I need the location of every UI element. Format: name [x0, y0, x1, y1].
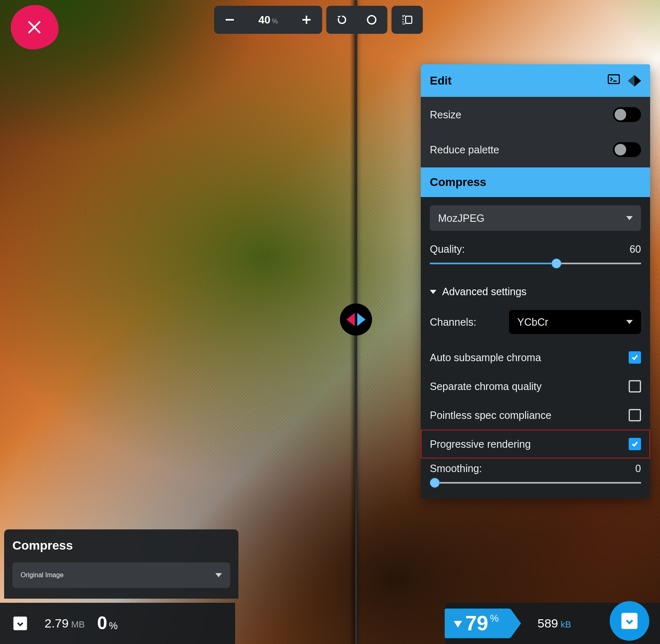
svg-rect-8 — [403, 15, 404, 16]
top-toolbar: 40% — [214, 6, 423, 34]
advanced-label: Advanced settings — [442, 286, 526, 298]
zoom-value[interactable]: 40% — [245, 14, 291, 26]
comparison-handle-icon[interactable] — [340, 303, 372, 336]
pointless-spec-label: Pointless spec compliance — [430, 409, 552, 421]
progressive-checkbox[interactable] — [629, 438, 641, 450]
codec-value: MozJPEG — [438, 212, 485, 224]
arrow-down-icon — [454, 621, 462, 628]
edit-title: Edit — [430, 74, 452, 87]
channels-row: Channels: YCbCr — [421, 301, 650, 343]
triangle-right-icon — [634, 75, 641, 87]
compress-header: Compress — [421, 167, 650, 197]
left-reduction: 0% — [97, 613, 118, 635]
chevron-down-icon — [626, 320, 633, 324]
svg-rect-2 — [302, 19, 311, 21]
separate-chroma-label: Separate chroma quality — [430, 381, 542, 393]
quality-row: Quality: 60 — [421, 239, 650, 277]
close-button[interactable] — [11, 5, 59, 49]
smoothing-slider[interactable] — [430, 479, 641, 487]
svg-rect-6 — [403, 19, 404, 20]
auto-subsample-row: Auto subsample chroma — [421, 343, 650, 372]
svg-point-3 — [368, 16, 376, 24]
quality-label: Quality: — [430, 243, 465, 255]
circle-icon — [365, 14, 378, 26]
download-icon — [11, 614, 29, 632]
reduction-unit: % — [490, 613, 499, 624]
svg-rect-7 — [403, 21, 404, 23]
left-size: 2.79MB — [45, 616, 85, 630]
svg-rect-0 — [226, 19, 234, 21]
plus-icon — [300, 14, 313, 26]
progressive-label: Progressive rendering — [430, 438, 531, 450]
rotate-button[interactable] — [328, 7, 356, 32]
cli-button[interactable] — [607, 73, 620, 89]
reduction-value: 79 — [465, 611, 488, 635]
flip-button[interactable] — [393, 7, 421, 32]
right-download-button[interactable] — [610, 601, 649, 641]
copy-across-button[interactable] — [628, 75, 641, 87]
codec-select[interactable]: MozJPEG — [430, 205, 641, 231]
left-codec-value: Original Image — [21, 571, 64, 579]
resize-row: Resize — [421, 97, 650, 132]
triangle-right-icon — [357, 313, 365, 326]
quality-value[interactable]: 60 — [629, 243, 641, 255]
terminal-icon — [607, 73, 620, 86]
svg-rect-13 — [613, 80, 617, 82]
background-toggle-button[interactable] — [358, 7, 386, 32]
reduce-palette-row: Reduce palette — [421, 132, 650, 167]
left-download-button[interactable] — [8, 611, 32, 635]
channels-label: Channels: — [430, 316, 476, 328]
reduce-palette-label: Reduce palette — [430, 144, 499, 156]
download-icon — [619, 610, 640, 632]
svg-rect-10 — [404, 15, 405, 16]
triangle-left-icon — [346, 313, 355, 326]
chevron-down-icon — [626, 216, 633, 220]
edit-header: Edit — [421, 64, 650, 97]
channels-select[interactable]: YCbCr — [509, 310, 641, 334]
comparison-divider[interactable] — [355, 0, 357, 644]
left-footer: 2.79MB 0% — [0, 603, 235, 644]
zoom-group: 40% — [214, 6, 322, 34]
reduce-palette-toggle[interactable] — [613, 142, 641, 157]
flip-group — [391, 6, 423, 34]
left-compress-panel: Compress Original Image — [4, 529, 238, 599]
check-icon — [631, 353, 639, 362]
smoothing-value[interactable]: 0 — [635, 463, 641, 475]
minus-icon — [224, 14, 236, 26]
separate-chroma-row: Separate chroma quality — [421, 372, 650, 401]
rotate-icon — [336, 14, 348, 26]
reduction-badge: 79 % — [445, 609, 510, 638]
svg-rect-12 — [608, 75, 620, 83]
separate-chroma-checkbox[interactable] — [629, 380, 641, 393]
right-size: 589kB — [537, 616, 571, 630]
zoom-out-button[interactable] — [216, 7, 244, 32]
chevron-down-icon — [215, 573, 222, 577]
svg-rect-9 — [403, 24, 404, 25]
resize-label: Resize — [430, 109, 461, 121]
svg-rect-4 — [405, 16, 412, 24]
check-icon — [631, 440, 639, 448]
settings-panel: Edit Resize Reduce palette Compress MozJ… — [421, 64, 650, 498]
chevron-down-icon — [430, 290, 436, 294]
svg-rect-5 — [403, 16, 404, 17]
compress-title: Compress — [430, 176, 486, 189]
smoothing-row: Smoothing: 0 — [421, 458, 650, 498]
progressive-row: Progressive rendering — [421, 430, 650, 458]
triangle-left-icon — [628, 75, 634, 87]
pointless-spec-row: Pointless spec compliance — [421, 401, 650, 430]
left-codec-select[interactable]: Original Image — [12, 562, 230, 588]
pointless-spec-checkbox[interactable] — [629, 409, 641, 421]
advanced-toggle[interactable]: Advanced settings — [421, 277, 650, 301]
auto-subsample-checkbox[interactable] — [629, 351, 641, 364]
transform-group — [326, 6, 387, 34]
svg-rect-11 — [404, 24, 405, 25]
channels-value: YCbCr — [517, 316, 548, 328]
flip-icon — [401, 14, 413, 26]
zoom-in-button[interactable] — [292, 7, 321, 32]
resize-toggle[interactable] — [613, 107, 641, 122]
close-icon — [25, 17, 45, 37]
right-footer: 79 % 589kB — [446, 603, 660, 644]
smoothing-label: Smoothing: — [430, 463, 482, 475]
quality-slider[interactable] — [430, 259, 641, 268]
left-compress-title: Compress — [12, 538, 230, 552]
